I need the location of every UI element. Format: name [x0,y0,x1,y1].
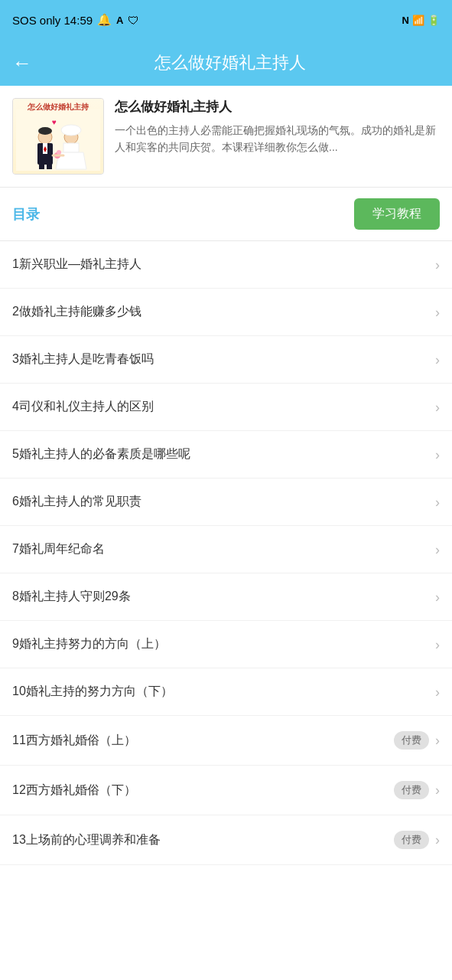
svg-point-10 [61,125,81,136]
page-title: 怎么做好婚礼主持人 [47,51,412,74]
chevron-right-icon: › [435,305,440,319]
list-item-badges: › [435,305,440,319]
course-card: 怎么做好婚礼主持 ♥ [0,86,452,188]
chevron-right-icon: › [435,543,440,557]
svg-point-3 [38,127,52,135]
list-item[interactable]: 1新兴职业—婚礼主持人› [0,241,452,289]
svg-rect-8 [47,163,52,169]
svg-rect-11 [63,143,79,152]
list-item-text: 2做婚礼主持能赚多少钱 [12,304,435,320]
course-title: 怎么做好婚礼主持人 [115,98,440,116]
chevron-right-icon: › [435,638,440,652]
chevron-right-icon: › [435,590,440,604]
list-item[interactable]: 9婚礼主持努力的方向（上）› [0,621,452,668]
chevron-right-icon: › [435,783,440,797]
chevron-right-icon: › [435,400,440,414]
list-item-text: 9婚礼主持努力的方向（上） [12,636,435,652]
study-button[interactable]: 学习教程 [354,198,440,230]
list-item-text: 11西方婚礼婚俗（上） [12,733,394,749]
list-item-badges: 付费› [394,831,440,849]
list-item-text: 7婚礼周年纪命名 [12,541,435,557]
shield-icon: 🛡 [128,14,139,27]
list-item-text: 5婚礼主持人的必备素质是哪些呢 [12,446,435,462]
course-description: 一个出色的主持人必需能正确把握婚礼现场的气氛。成功的婚礼是新人和宾客的共同庆贺。… [115,122,440,156]
chevron-right-icon: › [435,685,440,699]
chevron-right-icon: › [435,733,440,747]
catalog-header: 目录 学习教程 [0,188,452,241]
catalog-label: 目录 [12,205,40,224]
chevron-right-icon: › [435,258,440,272]
list-item-badges: › [435,638,440,652]
list-item[interactable]: 6婚礼主持人的常见职责› [0,479,452,526]
list-item[interactable]: 5婚礼主持人的必备素质是哪些呢› [0,431,452,479]
list-item-text: 3婚礼主持人是吃青春饭吗 [12,351,435,368]
status-right: N 📶 🔋 [402,15,440,26]
list-item-text: 4司仪和礼仪主持人的区别 [12,399,435,415]
list-item[interactable]: 7婚礼周年纪命名› [0,526,452,573]
list-item-badges: 付费› [394,731,440,750]
list-item-badges: › [435,685,440,699]
status-bar: SOS only 14:59 🔔 A 🛡 N 📶 🔋 [0,0,452,40]
list-item-badges: › [435,543,440,557]
header: ← 怎么做好婚礼主持人 [0,40,452,86]
list-item[interactable]: 13上场前的心理调养和准备付费› [0,815,452,865]
chevron-right-icon: › [435,353,440,367]
svg-rect-7 [39,163,44,169]
list-item[interactable]: 11西方婚礼婚俗（上）付费› [0,716,452,766]
status-left: SOS only 14:59 🔔 A 🛡 [12,13,139,27]
battery-icon: 🔋 [428,15,440,26]
font-icon: A [116,15,123,26]
list-item-badges: › [435,400,440,414]
list-item-text: 8婚礼主持人守则29条 [12,589,435,605]
list-item[interactable]: 10婚礼主持的努力方向（下）› [0,668,452,716]
list-item-badges: › [435,495,440,509]
list-item[interactable]: 8婚礼主持人守则29条› [0,573,452,621]
list-item-badges: › [435,448,440,462]
list-item-badges: › [435,590,440,604]
course-thumbnail: 怎么做好婚礼主持 ♥ [12,98,104,175]
list-item-text: 10婚礼主持的努力方向（下） [12,684,435,700]
list-item[interactable]: 12西方婚礼婚俗（下）付费› [0,766,452,815]
wedding-illustration: 怎么做好婚礼主持 ♥ [13,99,103,174]
course-info: 怎么做好婚礼主持人 一个出色的主持人必需能正确把握婚礼现场的气氛。成功的婚礼是新… [115,98,440,175]
list-item[interactable]: 2做婚礼主持能赚多少钱› [0,289,452,336]
list-item[interactable]: 3婚礼主持人是吃青春饭吗› [0,336,452,384]
notification-icon: 🔔 [97,13,112,27]
list-item-text: 6婚礼主持人的常见职责 [12,494,435,510]
list-item-text: 1新兴职业—婚礼主持人 [12,256,435,273]
chevron-right-icon: › [435,495,440,509]
fee-badge: 付费 [394,831,429,849]
svg-text:♥: ♥ [52,118,57,126]
course-list: 1新兴职业—婚礼主持人›2做婚礼主持能赚多少钱›3婚礼主持人是吃青春饭吗›4司仪… [0,241,452,865]
list-item-badges: › [435,258,440,272]
list-item-badges: › [435,353,440,367]
list-item-text: 13上场前的心理调养和准备 [12,832,394,848]
fee-badge: 付费 [394,781,429,799]
list-item[interactable]: 4司仪和礼仪主持人的区别› [0,384,452,431]
fee-badge: 付费 [394,731,429,750]
back-button[interactable]: ← [12,53,32,73]
svg-point-14 [57,150,61,155]
chevron-right-icon: › [435,833,440,847]
nfc-icon: N [402,15,409,26]
status-text: SOS only 14:59 [12,14,93,27]
list-item-badges: 付费› [394,781,440,799]
wedding-svg: ♥ [16,109,100,171]
signal-icon: 📶 [412,15,424,26]
list-item-text: 12西方婚礼婚俗（下） [12,782,394,799]
chevron-right-icon: › [435,448,440,462]
